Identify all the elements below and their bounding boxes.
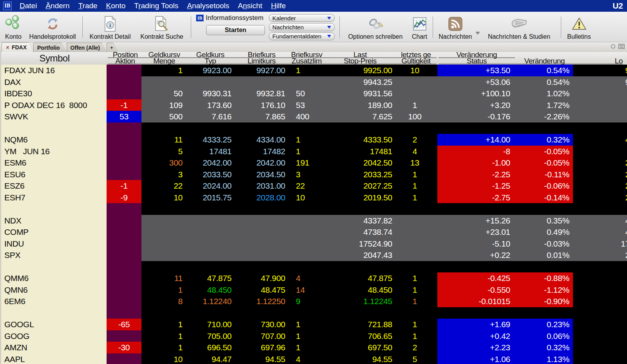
cell-gueltigkeit[interactable]: 1: [394, 169, 435, 180]
column-header-geldkurs-typ[interactable]: GeldkursTyp: [186, 52, 235, 65]
column-header-position-aktion[interactable]: PositionAktion: [108, 52, 143, 65]
cell-veraenderung[interactable]: +53.06: [437, 76, 514, 88]
cell-briefkurs[interactable]: 17482: [234, 146, 287, 157]
cell-gueltigkeit[interactable]: 1: [394, 192, 435, 204]
cell-last[interactable]: 697.50: [324, 342, 394, 353]
cell-symbol[interactable]: IBDE30: [0, 88, 107, 99]
cell-briefkurs[interactable]: 9932.81: [234, 88, 287, 99]
cell-briefkurs[interactable]: 1.12250: [234, 296, 287, 307]
cell-briefkursv[interactable]: 50: [287, 88, 324, 99]
cell-veraenderung[interactable]: -0.01015: [437, 296, 514, 307]
cell-gueltigkeit[interactable]: 2: [394, 134, 435, 146]
cell-menge[interactable]: [141, 215, 185, 227]
cell-briefkurs[interactable]: [234, 76, 287, 88]
nachrichten-dropdown[interactable]: Nachrichten: [269, 23, 335, 31]
bulletins-button[interactable]: Bulletins: [564, 13, 595, 42]
cell-briefkurs[interactable]: 94.55: [234, 353, 287, 364]
cell-veraenderung[interactable]: +2.23: [437, 342, 514, 353]
quote-row[interactable]: YM JUN 16517481174821174814-8-0.05%: [0, 146, 627, 157]
cell-aktion[interactable]: [107, 296, 141, 307]
cell-gueltigkeit[interactable]: 1: [394, 284, 435, 296]
cell-menge[interactable]: [141, 238, 185, 250]
cell-menge[interactable]: 11: [141, 134, 185, 146]
column-header-briefkursv-zusatzlim[interactable]: BriefkursvZusatzlim: [288, 52, 325, 65]
tab-offen-alle[interactable]: Offen (Alle): [67, 43, 107, 52]
cell-gueltigkeit[interactable]: 1: [394, 296, 435, 307]
cell-veraenderung[interactable]: -2.25: [437, 169, 514, 180]
cell-last[interactable]: 48.450: [324, 284, 394, 296]
cell-low[interactable]: [573, 319, 627, 330]
cell-geldkurs[interactable]: 2024.00: [185, 180, 234, 192]
cell-gueltigkeit[interactable]: [394, 88, 435, 99]
column-header-veraenderung-status[interactable]: VeränderungStatus: [439, 52, 515, 65]
quote-row[interactable]: ESU632033.502034.5032033.251-2.25-0.11%2: [0, 169, 627, 180]
cell-last[interactable]: 47.875: [324, 272, 394, 284]
cell-geldkurs[interactable]: 17481: [185, 146, 234, 157]
cell-last[interactable]: 9931.56: [324, 88, 394, 99]
cell-menge[interactable]: 8: [141, 296, 185, 307]
column-header-letztes-gueltigkeit[interactable]: letztes geGültigkeit: [395, 52, 437, 65]
cell-geldkurs[interactable]: 94.47: [185, 353, 234, 364]
cell-aktion[interactable]: -30: [107, 342, 141, 353]
circle-icon[interactable]: [611, 44, 615, 49]
cell-veraenderung-pct[interactable]: -0.05%: [514, 157, 573, 169]
cell-briefkursv[interactable]: [287, 226, 324, 238]
cell-briefkursv[interactable]: 1: [287, 342, 324, 353]
cell-menge[interactable]: [141, 76, 185, 88]
column-header-briefkurs-limitkurs[interactable]: BriefkursLimitkurs: [235, 52, 288, 65]
cell-veraenderung[interactable]: -1.00: [437, 157, 514, 169]
cell-last[interactable]: 1.12245: [324, 296, 394, 307]
cell-menge[interactable]: 300: [141, 157, 185, 169]
cell-low[interactable]: 2: [573, 157, 627, 169]
quote-row[interactable]: GOOGL-651710.00730.001721.881+1.690.23%: [0, 319, 627, 330]
cell-aktion[interactable]: [107, 284, 141, 296]
cell-last[interactable]: 2042.50: [324, 157, 394, 169]
cell-low[interactable]: [573, 272, 627, 284]
quote-row[interactable]: ESZ6-1222024.002031.00222027.251-1.25-0.…: [0, 180, 627, 192]
cell-low[interactable]: 17: [573, 238, 627, 250]
cell-veraenderung[interactable]: -2.75: [437, 192, 514, 204]
cell-briefkursv[interactable]: 53: [287, 99, 324, 111]
quote-row[interactable]: QMM61147.87547.900447.8751-0.425-0.88%: [0, 272, 627, 284]
cell-low[interactable]: [573, 146, 627, 157]
cell-briefkursv[interactable]: [287, 215, 324, 227]
cell-symbol[interactable]: ESZ6: [0, 180, 107, 192]
cell-last[interactable]: 4337.82: [324, 215, 394, 227]
cell-aktion[interactable]: [107, 169, 141, 180]
cell-low[interactable]: 2: [573, 169, 627, 180]
konto-button[interactable]: $ € £ Konto: [2, 13, 25, 42]
cell-last[interactable]: 17524.90: [324, 238, 394, 250]
cell-low[interactable]: 2: [573, 180, 627, 192]
cell-low[interactable]: 4: [573, 215, 627, 227]
cell-menge[interactable]: 1: [141, 342, 185, 353]
column-header-symbol[interactable]: Symbol: [1, 52, 108, 65]
cell-last[interactable]: 2047.43: [324, 249, 394, 261]
cell-low[interactable]: [573, 330, 627, 342]
cell-aktion[interactable]: [107, 146, 141, 157]
cell-gueltigkeit[interactable]: 1: [394, 330, 435, 342]
cell-menge[interactable]: 10: [141, 353, 185, 364]
cell-aktion[interactable]: [107, 272, 141, 284]
quote-row[interactable]: FDAX JUN 1619923.009927.0019925.0010+53.…: [0, 65, 627, 76]
quote-row[interactable]: ESM63002042.002042.001912042.5013-1.00-0…: [0, 157, 627, 169]
cell-briefkurs[interactable]: 48.475: [234, 284, 287, 296]
cell-last[interactable]: 2033.25: [324, 169, 394, 180]
cell-low[interactable]: 2: [573, 249, 627, 261]
cell-briefkurs[interactable]: [234, 238, 287, 250]
tab-add[interactable]: +: [107, 43, 118, 52]
cell-symbol[interactable]: YM JUN 16: [0, 146, 107, 157]
cell-low[interactable]: [573, 99, 627, 111]
cell-menge[interactable]: 1: [141, 330, 185, 342]
column-header-geldkursv-menge[interactable]: GeldkursvMenge: [143, 52, 186, 65]
cell-briefkursv[interactable]: 9: [287, 296, 324, 307]
cell-aktion[interactable]: [107, 65, 141, 76]
cell-last[interactable]: 189.00: [324, 99, 394, 111]
quote-row[interactable]: AMZN-301696.50697.961697.502+2.230.32%: [0, 342, 627, 353]
cell-low[interactable]: [573, 353, 627, 364]
quote-row[interactable]: 6EM681.122401.1225091.122451-0.01015-0.9…: [0, 296, 627, 307]
cell-last[interactable]: 17481: [324, 146, 394, 157]
cell-geldkurs[interactable]: [185, 238, 234, 250]
cell-last[interactable]: 9943.25: [324, 76, 394, 88]
cell-briefkurs[interactable]: 707.00: [234, 330, 287, 342]
cell-menge[interactable]: 22: [141, 180, 185, 192]
